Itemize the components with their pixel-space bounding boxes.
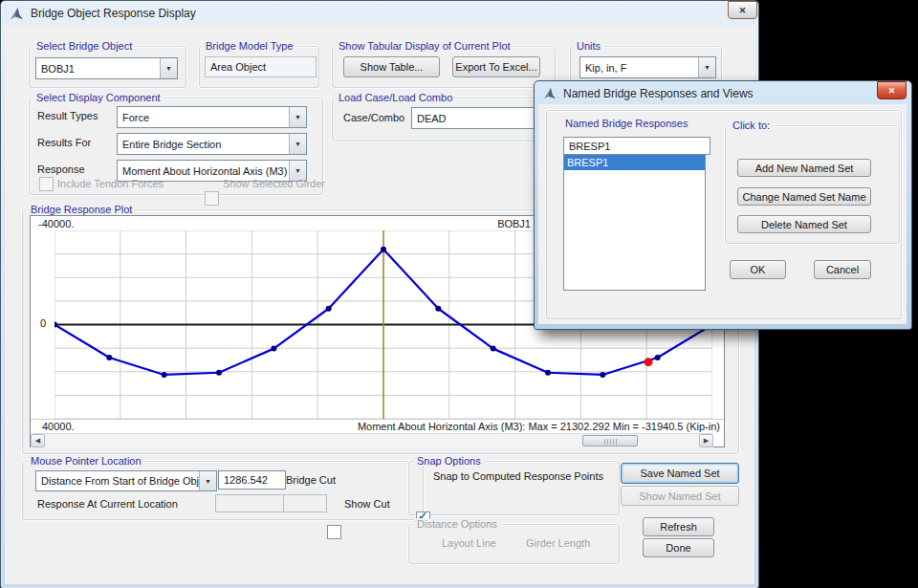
snap-checkbox-label: Snap to Computed Response Points xyxy=(433,469,603,483)
plot-horizontal-scrollbar[interactable]: ◀ ▶ xyxy=(31,433,713,447)
refresh-button[interactable]: Refresh xyxy=(643,517,714,536)
bridge-object-combo-value: BOBJ1 xyxy=(36,63,160,75)
named-responses-listbox[interactable]: BRESP1 xyxy=(563,154,706,291)
close-icon: ✕ xyxy=(888,86,896,96)
chevron-down-icon: ▼ xyxy=(698,57,715,77)
plot-object-name: BOBJ1 xyxy=(497,218,531,229)
bridge-object-combo[interactable]: BOBJ1 ▼ xyxy=(35,57,178,79)
save-named-set-button[interactable]: Save Named Set xyxy=(621,463,739,484)
show-girder-label: Show Selected Girder xyxy=(223,177,325,190)
snap-options-label: Snap Options xyxy=(414,455,484,467)
app-icon xyxy=(10,7,24,21)
dialog-title: Named Bridge Responses and Views xyxy=(563,87,754,100)
cancel-button[interactable]: Cancel xyxy=(814,260,871,279)
delete-named-set-button[interactable]: Delete Named Set xyxy=(737,215,871,233)
results-for-combo[interactable]: Entire Bridge Section ▼ xyxy=(117,133,307,155)
show-table-button[interactable]: Show Table... xyxy=(343,56,440,77)
dialog-titlebar[interactable]: Named Bridge Responses and Views xyxy=(535,81,911,106)
scroll-left-icon: ◀ xyxy=(35,437,40,445)
response-combo-value: Moment About Horizontal Axis (M3) xyxy=(118,165,289,177)
named-response-name-input[interactable]: BRESP1 xyxy=(563,137,710,155)
scrollbar-thumb[interactable] xyxy=(582,435,638,446)
app-icon xyxy=(543,87,557,100)
main-window-title: Bridge Object Response Display xyxy=(31,7,196,20)
show-cut-label: Show Cut xyxy=(344,497,390,511)
done-button[interactable]: Done xyxy=(643,538,714,557)
result-types-label: Result Types xyxy=(37,109,98,122)
girder-length-label: Girder Length xyxy=(526,536,590,550)
layout-line-label: Layout Line xyxy=(442,536,496,550)
export-excel-button[interactable]: Export To Excel... xyxy=(452,56,540,77)
change-named-set-button[interactable]: Change Named Set Name xyxy=(737,187,871,206)
add-named-set-button[interactable]: Add New Named Set xyxy=(737,159,871,177)
scroll-right-button[interactable]: ▶ xyxy=(699,434,713,447)
ok-button[interactable]: OK xyxy=(730,260,786,279)
chevron-down-icon: ▼ xyxy=(199,471,216,490)
include-tendon-label: Include Tendon Forces xyxy=(57,177,164,190)
chevron-down-icon: ▼ xyxy=(289,134,306,154)
list-item[interactable]: BRESP1 xyxy=(564,155,705,170)
scrollbar-thumb-grip xyxy=(604,439,617,445)
y-axis-top-label: -40000. xyxy=(38,218,74,229)
bridge-model-type-label: Bridge Model Type xyxy=(203,40,296,52)
bridge-model-type-value: Area Object xyxy=(205,56,317,77)
plot-caption: Moment About Horizontal Axis (M3): Max =… xyxy=(358,421,720,432)
units-combo-value: Kip, in, F xyxy=(580,62,698,74)
show-girder-checkbox xyxy=(205,191,219,206)
pointer-mode-combo-value: Distance From Start of Bridge Object xyxy=(36,475,199,487)
case-combo-value: DEAD xyxy=(412,113,537,124)
select-bridge-object-label: Select Bridge Object xyxy=(33,40,135,52)
pointer-mode-combo[interactable]: Distance From Start of Bridge Object ▼ xyxy=(35,470,217,491)
close-icon: ✕ xyxy=(739,6,747,15)
tabular-display-label: Show Tabular Display of Current Plot xyxy=(336,40,514,52)
response-plot-label: Bridge Response Plot xyxy=(28,204,135,215)
plot-caption-bar: 40000. Moment About Horizontal Axis (M3)… xyxy=(31,419,724,434)
include-tendon-checkbox xyxy=(39,177,54,191)
result-types-combo[interactable]: Force ▼ xyxy=(117,106,307,128)
results-for-combo-value: Entire Bridge Section xyxy=(118,139,289,150)
main-window-titlebar[interactable]: Bridge Object Response Display xyxy=(1,1,758,26)
load-case-group-label: Load Case/Load Combo xyxy=(336,92,455,103)
result-types-combo-value: Force xyxy=(118,112,289,123)
chevron-down-icon: ▼ xyxy=(160,58,177,78)
response-label: Response xyxy=(37,163,85,176)
bridge-cut-distance-input[interactable]: 1286.542 xyxy=(218,470,286,490)
response-value-field-2 xyxy=(283,494,327,512)
display-component-label: Select Display Component xyxy=(33,92,164,103)
y-axis-zero-label: 0 xyxy=(40,317,46,329)
scroll-left-button[interactable]: ◀ xyxy=(31,434,45,447)
units-label: Units xyxy=(574,40,603,52)
results-for-label: Results For xyxy=(37,136,91,149)
case-combo-label: Case/Combo xyxy=(343,111,404,124)
main-close-button[interactable]: ✕ xyxy=(728,1,757,19)
dialog-close-button[interactable]: ✕ xyxy=(877,81,907,99)
response-value-field-1 xyxy=(215,494,285,512)
response-at-location-label: Response At Current Location xyxy=(37,497,178,511)
scroll-right-icon: ▶ xyxy=(704,437,709,445)
click-to-label: Click to: xyxy=(730,120,773,131)
y-axis-bottom-label: 40000. xyxy=(42,421,75,432)
distance-options-label: Distance Options xyxy=(414,518,500,530)
named-responses-list-label: Named Bridge Responses xyxy=(562,118,690,129)
units-combo[interactable]: Kip, in, F ▼ xyxy=(579,56,716,78)
show-named-set-button: Show Named Set xyxy=(621,486,739,506)
bridge-cut-label: Bridge Cut xyxy=(286,473,336,487)
named-responses-dialog: Named Bridge Responses and Views ✕ Named… xyxy=(534,80,912,330)
chevron-down-icon: ▼ xyxy=(289,107,306,127)
show-cut-checkbox[interactable] xyxy=(327,525,341,539)
mouse-pointer-label: Mouse Pointer Location xyxy=(28,455,144,467)
